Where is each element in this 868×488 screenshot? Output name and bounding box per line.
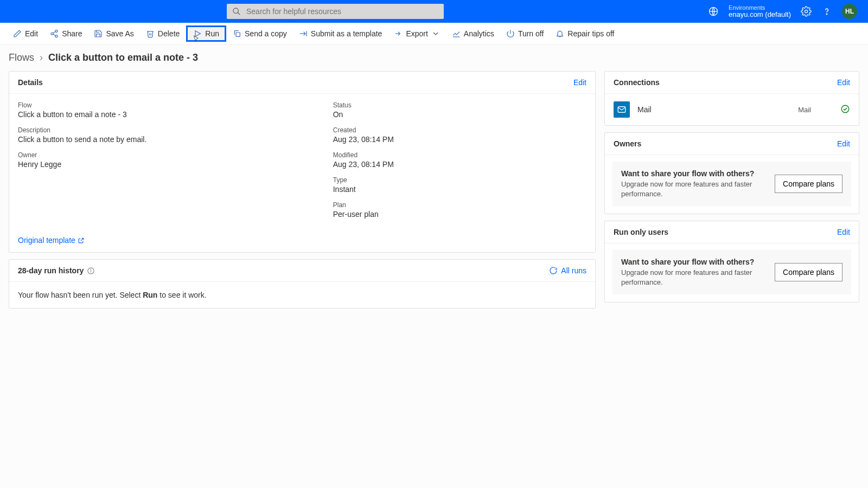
search-icon [232, 7, 241, 16]
svg-point-0 [233, 8, 238, 13]
bell-icon [556, 29, 564, 38]
svg-point-19 [91, 269, 92, 269]
page-title: Click a button to email a note - 3 [48, 52, 198, 63]
original-template-link[interactable]: Original template [9, 236, 595, 252]
run-button[interactable]: Run [186, 25, 226, 42]
submit-icon [299, 29, 308, 38]
svg-rect-11 [236, 33, 240, 36]
mail-icon [614, 101, 630, 118]
breadcrumb-root[interactable]: Flows [9, 52, 34, 63]
owners-upgrade-box: Want to share your flow with others? Upg… [612, 162, 851, 206]
svg-line-9 [53, 34, 56, 36]
share-icon [50, 29, 59, 38]
search-input[interactable] [246, 7, 438, 16]
connections-title: Connections [614, 78, 660, 87]
connections-edit-link[interactable]: Edit [837, 78, 850, 87]
send-a-copy-button[interactable]: Send a copy [227, 26, 292, 41]
run-only-users-card: Run only users Edit Want to share your f… [604, 221, 859, 303]
run-only-upgrade-box: Want to share your flow with others? Upg… [612, 250, 851, 294]
delete-icon [146, 29, 155, 38]
submit-template-button[interactable]: Submit as a template [293, 26, 388, 41]
external-link-icon [78, 237, 85, 244]
svg-point-6 [51, 33, 53, 35]
share-button[interactable]: Share [44, 26, 87, 41]
connection-item[interactable]: Mail Mail [605, 94, 859, 125]
all-runs-link[interactable]: All runs [549, 266, 586, 275]
svg-point-21 [841, 105, 849, 113]
export-icon [394, 29, 403, 38]
refresh-icon [549, 266, 558, 275]
svg-line-1 [238, 12, 240, 15]
svg-line-8 [53, 31, 56, 33]
edit-icon [13, 29, 22, 38]
chevron-right-icon: › [40, 52, 43, 63]
details-title: Details [18, 78, 43, 87]
check-circle-icon [840, 104, 850, 115]
history-title: 28-day run history [18, 266, 84, 275]
analytics-button[interactable]: Analytics [446, 26, 500, 41]
history-empty-message: Your flow hasn't been run yet. Select Ru… [9, 282, 595, 308]
run-only-edit-link[interactable]: Edit [837, 228, 850, 236]
owners-edit-link[interactable]: Edit [837, 139, 850, 148]
svg-point-5 [55, 30, 58, 32]
connections-card: Connections Edit Mail Mail [604, 71, 859, 126]
analytics-icon [452, 29, 461, 38]
run-history-card: 28-day run history All runs Your flow ha… [9, 259, 596, 309]
run-only-title: Run only users [614, 228, 668, 236]
svg-marker-10 [195, 30, 200, 36]
export-button[interactable]: Export [388, 26, 445, 41]
repair-tips-button[interactable]: Repair tips off [550, 26, 620, 41]
power-icon [506, 29, 515, 38]
delete-button[interactable]: Delete [141, 26, 185, 41]
owners-card: Owners Edit Want to share your flow with… [604, 132, 859, 214]
details-edit-link[interactable]: Edit [573, 78, 586, 87]
owners-title: Owners [614, 139, 641, 148]
environment-icon[interactable] [708, 6, 719, 17]
top-bar: Environments enayu.com (default) HL [0, 0, 868, 23]
save-icon [94, 29, 103, 38]
command-bar: Edit Share Save As Delete Run Send a cop… [0, 23, 868, 44]
settings-icon[interactable] [801, 6, 812, 17]
edit-button[interactable]: Edit [8, 26, 43, 41]
search-container[interactable] [227, 4, 444, 19]
environment-picker[interactable]: Environments enayu.com (default) [729, 4, 791, 18]
copy-icon [233, 29, 241, 38]
turn-off-button[interactable]: Turn off [501, 26, 549, 41]
details-card: Details Edit FlowClick a button to email… [9, 71, 596, 253]
breadcrumb: Flows › Click a button to email a note -… [0, 44, 868, 69]
save-as-button[interactable]: Save As [88, 26, 139, 41]
play-icon [193, 29, 202, 38]
compare-plans-button[interactable]: Compare plans [775, 263, 843, 281]
svg-point-4 [826, 14, 827, 14]
svg-point-3 [805, 10, 808, 13]
info-icon[interactable] [87, 267, 95, 275]
compare-plans-button[interactable]: Compare plans [775, 175, 843, 193]
help-icon[interactable] [821, 6, 832, 17]
user-avatar[interactable]: HL [842, 4, 857, 19]
svg-point-7 [55, 35, 58, 37]
chevron-down-icon [431, 29, 440, 38]
